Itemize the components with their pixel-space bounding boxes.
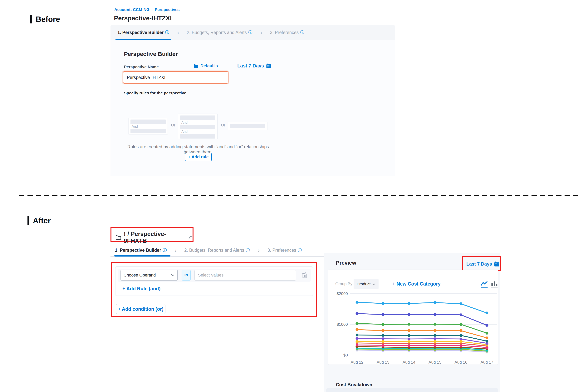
add-rule-and-button[interactable]: + Add Rule (and) xyxy=(122,286,160,292)
trash-icon[interactable] xyxy=(301,271,308,280)
rule-placeholder-card: And And xyxy=(178,114,218,139)
add-condition-or-button[interactable]: + Add condition (or) xyxy=(116,304,166,314)
placeholder-bar xyxy=(130,129,166,133)
rule-placeholder-card xyxy=(228,122,268,130)
svg-text:Aug 16: Aug 16 xyxy=(455,360,468,364)
chevron-right-icon: › xyxy=(260,29,262,36)
active-tab-underline xyxy=(116,38,171,40)
perspective-name-field-wrap xyxy=(123,71,220,82)
line-chart-toggle-icon[interactable] xyxy=(480,280,488,288)
tab-perspective-builder[interactable]: 1. Perspective Builder ⓘ xyxy=(115,248,167,253)
active-tab-underline xyxy=(114,255,170,256)
preview-chart-card: Group By Product + New Cost Category $20… xyxy=(328,270,498,364)
tab-label: 1. Perspective Builder xyxy=(118,30,164,35)
info-icon: ⓘ xyxy=(162,248,167,253)
preview-heading: Preview xyxy=(336,260,356,266)
chevron-right-icon: › xyxy=(177,29,179,36)
rule-builder-divider xyxy=(112,300,316,300)
select-values-input[interactable] xyxy=(194,270,296,280)
svg-text:Aug 13: Aug 13 xyxy=(377,360,390,364)
placeholder-bar xyxy=(130,120,166,124)
after-section-label: After xyxy=(28,216,51,225)
and-label: And xyxy=(180,120,216,125)
operand-select-value: Choose Operand xyxy=(124,273,156,278)
perspective-name-input[interactable] xyxy=(123,71,228,84)
annotation-box-date-range: Last 7 Days xyxy=(462,256,501,271)
tab-label: 2. Budgets, Reports and Alerts xyxy=(187,30,247,35)
before-panel: Account: CCM-NG › Perspectives Perspecti… xyxy=(110,4,395,176)
annotation-box-rule-builder: Choose Operand IN + Add Rule (and) + Add… xyxy=(111,262,317,317)
group-by-label: Group By xyxy=(335,282,352,286)
date-range-label: Last 7 Days xyxy=(466,261,492,267)
tab-label: 1. Perspective Builder xyxy=(115,248,161,253)
before-tab-bar: 1. Perspective Builder ⓘ › 2. Budgets, R… xyxy=(110,25,395,40)
rules-section-label: Specify rules for the perspective xyxy=(124,91,186,95)
date-range-label: Last 7 Days xyxy=(237,63,264,68)
placeholder-bar xyxy=(230,124,265,128)
tab-label: 2. Budgets, Reports and Alerts xyxy=(184,248,244,253)
svg-text:Aug 12: Aug 12 xyxy=(351,360,364,364)
and-label: And xyxy=(130,124,166,129)
svg-text:$2000: $2000 xyxy=(337,291,348,296)
and-label: And xyxy=(180,129,216,134)
group-by-select[interactable]: Product xyxy=(354,279,378,289)
caret-down-icon: ▾ xyxy=(217,64,218,68)
placeholder-bar xyxy=(180,134,216,138)
tab-perspective-builder[interactable]: 1. Perspective Builder ⓘ xyxy=(118,30,169,35)
svg-text:$1000: $1000 xyxy=(337,322,348,326)
tab-label: 3. Preferences xyxy=(268,248,296,253)
cost-breakdown-heading: Cost Breakdown xyxy=(336,382,372,388)
builder-heading: Perspective Builder xyxy=(124,51,178,57)
svg-text:Aug 17: Aug 17 xyxy=(480,360,494,364)
info-icon: ⓘ xyxy=(248,30,252,35)
tab-budgets-reports-alerts[interactable]: 2. Budgets, Reports and Alerts ⓘ xyxy=(187,30,252,35)
date-range-button[interactable]: Last 7 Days xyxy=(237,63,271,68)
info-icon: ⓘ xyxy=(300,30,304,35)
breadcrumb-account-link[interactable]: Account: CCM-NG xyxy=(114,7,150,12)
svg-text:Aug 15: Aug 15 xyxy=(428,360,442,364)
folder-selector[interactable]: Default ▾ xyxy=(194,64,218,68)
before-content: Perspective Builder Perspective Name Def… xyxy=(110,40,395,176)
tab-preferences[interactable]: 3. Preferences ⓘ xyxy=(268,248,302,253)
page-title: Perspective-IHTZXI xyxy=(114,14,172,22)
operand-select[interactable]: Choose Operand xyxy=(120,270,178,280)
info-icon: ⓘ xyxy=(246,248,250,253)
rule-group-card: Choose Operand IN + Add Rule (and) xyxy=(115,266,313,296)
svg-text:Aug 14: Aug 14 xyxy=(402,360,416,364)
after-tab-bar: 1. Perspective Builder ⓘ › 2. Budgets, R… xyxy=(115,247,302,254)
breadcrumb-separator: › xyxy=(152,7,153,12)
rule-placeholder-card: And xyxy=(128,118,168,134)
placeholder-bar xyxy=(180,125,216,129)
add-rule-button[interactable]: + Add rule xyxy=(185,153,212,161)
new-cost-category-button[interactable]: + New Cost Category xyxy=(392,281,440,287)
folder-selector-label: Default xyxy=(200,64,215,68)
chevron-down-icon xyxy=(372,283,376,285)
chevron-down-icon xyxy=(171,274,175,276)
breadcrumb: Account: CCM-NG › Perspectives xyxy=(114,7,180,12)
folder-open-icon xyxy=(116,235,121,240)
operator-badge[interactable]: IN xyxy=(182,270,190,280)
placeholder-bar xyxy=(180,116,216,120)
rule-row: Choose Operand IN xyxy=(118,269,311,282)
section-divider xyxy=(19,195,578,196)
after-page-title: ! / Perspective-9FHXTB xyxy=(124,230,185,244)
group-by-value: Product xyxy=(357,282,370,286)
annotation-box-title: ! / Perspective-9FHXTB xyxy=(110,227,194,242)
or-label: Or xyxy=(171,123,175,128)
calendar-icon xyxy=(494,261,500,267)
before-section-label: Before xyxy=(30,15,60,24)
chevron-right-icon: › xyxy=(174,247,176,254)
tab-budgets-reports-alerts[interactable]: 2. Budgets, Reports and Alerts ⓘ xyxy=(184,248,250,253)
bar-chart-toggle-icon[interactable] xyxy=(490,280,498,288)
perspective-name-label: Perspective Name xyxy=(124,64,159,69)
edit-pencil-icon[interactable] xyxy=(188,235,192,240)
cost-line-chart: $2000$1000$0Aug 12Aug 13Aug 14Aug 15Aug … xyxy=(332,289,500,364)
cost-breakdown-table-edge xyxy=(326,388,498,392)
breadcrumb-perspectives-link[interactable]: Perspectives xyxy=(155,7,180,12)
info-icon: ⓘ xyxy=(298,248,302,253)
preview-date-range-button[interactable]: Last 7 Days xyxy=(463,257,500,267)
calendar-icon xyxy=(266,63,271,68)
tab-preferences[interactable]: 3. Preferences ⓘ xyxy=(270,30,304,35)
page-canvas: Before Account: CCM-NG › Perspectives Pe… xyxy=(0,0,588,392)
chevron-right-icon: › xyxy=(258,247,260,254)
